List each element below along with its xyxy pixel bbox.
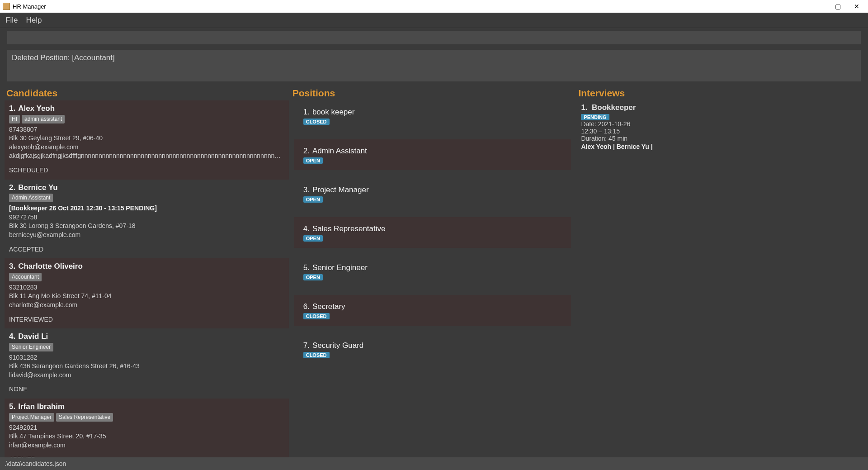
position-title: Secretary: [312, 302, 345, 311]
candidate-card[interactable]: 1.Alex Yeoh HIadmin assistant 87438807 B…: [5, 100, 289, 180]
candidate-header: 5.Irfan Ibrahim: [9, 401, 284, 412]
candidate-index: 3.: [9, 262, 15, 271]
candidate-status: INTERVIEWED: [9, 315, 284, 324]
candidate-address: Blk 436 Serangoon Gardens Street 26, #16…: [9, 362, 284, 371]
candidate-extra: [Bookkeeper 26 Oct 2021 12:30 - 13:15 PE…: [9, 204, 284, 213]
close-button[interactable]: ✕: [853, 3, 861, 10]
candidate-phone: 92492021: [9, 423, 284, 432]
candidate-tag: Accountant: [9, 273, 42, 281]
position-card[interactable]: 7.Security Guard CLOSED: [294, 334, 571, 365]
candidate-phone: 87438807: [9, 125, 284, 134]
position-status-badge: CLOSED: [303, 119, 330, 125]
position-status-badge: OPEN: [303, 235, 323, 242]
candidate-header: 4.David Li: [9, 331, 284, 342]
position-index: 3.: [303, 185, 310, 194]
position-header: 2.Admin Assistant: [303, 147, 562, 156]
candidate-email: irfan@example.com: [9, 441, 284, 450]
candidate-address: Blk 11 Ang Mo Kio Street 74, #11-04: [9, 292, 284, 301]
candidate-index: 2.: [9, 183, 15, 192]
candidate-card[interactable]: 4.David Li Senior Engineer 91031282 Blk …: [5, 328, 289, 399]
statusbar-text: .\data\candidates.json: [5, 460, 66, 467]
interview-attendees: Alex Yeoh | Bernice Yu |: [581, 143, 856, 150]
position-card[interactable]: 6.Secretary CLOSED: [294, 295, 571, 326]
candidate-tag: Sales Representative: [56, 413, 113, 422]
candidate-tags: Accountant: [9, 273, 284, 281]
maximize-button[interactable]: ▢: [834, 3, 842, 10]
candidate-tag: Senior Engineer: [9, 343, 53, 351]
interview-time: 12:30 – 13:15: [581, 128, 856, 135]
position-index: 7.: [303, 341, 310, 350]
candidate-email: charlotte@example.com: [9, 301, 284, 310]
position-index: 1.: [303, 108, 310, 116]
positions-list[interactable]: 1.book keeper CLOSED 2.Admin Assistant O…: [291, 100, 577, 457]
position-card[interactable]: 1.book keeper CLOSED: [294, 100, 571, 131]
interview-date: Date: 2021-10-26: [581, 120, 856, 128]
statusbar: .\data\candidates.json: [0, 457, 868, 470]
position-header: 5.Senior Engineer: [303, 263, 562, 272]
candidate-tag: admin assistant: [22, 115, 65, 123]
candidates-list[interactable]: 1.Alex Yeoh HIadmin assistant 87438807 B…: [5, 100, 291, 457]
menu-help[interactable]: Help: [26, 16, 42, 25]
position-header: 3.Project Manager: [303, 185, 562, 195]
candidate-tags: HIadmin assistant: [9, 115, 284, 123]
position-index: 4.: [303, 224, 310, 233]
candidate-address: Blk 30 Geylang Street 29, #06-40: [9, 134, 284, 143]
app-icon: [3, 3, 10, 10]
position-header: 1.book keeper: [303, 108, 562, 117]
position-header: 7.Security Guard: [303, 341, 562, 350]
candidate-index: 1.: [9, 104, 15, 113]
candidate-status: NONE: [9, 385, 284, 394]
candidate-email: lidavid@example.com: [9, 371, 284, 380]
candidate-index: 5.: [9, 402, 15, 411]
interviews-list[interactable]: 1. Bookkeeper PENDING Date: 2021-10-26 1…: [576, 100, 863, 457]
position-header: 6.Secretary: [303, 302, 562, 311]
candidate-address: Blk 30 Lorong 3 Serangoon Gardens, #07-1…: [9, 222, 284, 231]
candidate-phone: 91031282: [9, 353, 284, 362]
position-card[interactable]: 5.Senior Engineer OPEN: [294, 256, 571, 287]
position-status-badge: OPEN: [303, 157, 323, 164]
menubar: File Help: [0, 13, 868, 28]
candidate-phone: 99272758: [9, 213, 284, 222]
position-title: book keeper: [312, 108, 355, 116]
candidate-header: 3.Charlotte Oliveiro: [9, 261, 284, 272]
position-status-badge: CLOSED: [303, 313, 330, 319]
candidate-status: SCHEDULED: [9, 166, 284, 175]
position-title: Security Guard: [312, 341, 363, 350]
position-title: Sales Representative: [312, 224, 386, 233]
candidate-tag: Project Manager: [9, 413, 54, 422]
minimize-button[interactable]: —: [815, 3, 823, 10]
candidate-status: ACCEPTED: [9, 245, 284, 254]
candidate-name: Alex Yeoh: [18, 104, 55, 113]
candidate-tags: Project ManagerSales Representative: [9, 413, 284, 422]
titlebar: HR Manager — ▢ ✕: [0, 0, 868, 13]
position-status-badge: OPEN: [303, 274, 323, 280]
command-box[interactable]: [7, 31, 861, 44]
candidate-phone: 93210283: [9, 283, 284, 292]
candidates-title: Candidates: [5, 87, 291, 100]
position-card[interactable]: 4.Sales Representative OPEN: [294, 217, 571, 248]
position-header: 4.Sales Representative: [303, 224, 562, 233]
position-title: Admin Assistant: [312, 147, 367, 155]
position-card[interactable]: 3.Project Manager OPEN: [294, 178, 571, 209]
candidate-card[interactable]: 5.Irfan Ibrahim Project ManagerSales Rep…: [5, 399, 289, 457]
command-input[interactable]: [10, 31, 858, 44]
interview-header: 1. Bookkeeper: [581, 103, 856, 112]
menu-file[interactable]: File: [5, 16, 18, 25]
candidate-card[interactable]: 3.Charlotte Oliveiro Accountant 93210283…: [5, 258, 289, 328]
candidate-card[interactable]: 2.Bernice Yu Admin Assistant [Bookkeeper…: [5, 180, 289, 259]
interviews-title: Interviews: [576, 87, 863, 100]
interview-duration: Duration: 45 min: [581, 135, 856, 142]
candidate-name: Bernice Yu: [18, 183, 58, 192]
interview-index: 1.: [581, 103, 587, 112]
candidate-header: 2.Bernice Yu: [9, 182, 284, 193]
result-message: Deleted Position: [Accountant]: [12, 53, 115, 62]
interview-title: Bookkeeper: [592, 103, 636, 112]
candidate-name: David Li: [18, 332, 48, 341]
candidate-header: 1.Alex Yeoh: [9, 103, 284, 114]
candidate-email: berniceyu@example.com: [9, 231, 284, 240]
candidate-tag: HI: [9, 115, 20, 123]
interview-card[interactable]: 1. Bookkeeper PENDING Date: 2021-10-26 1…: [576, 100, 861, 153]
candidate-notes: akdjgfkajsgjkadfngjksdfffgnnnnnnnnnnnnnn…: [9, 152, 284, 161]
candidate-name: Irfan Ibrahim: [18, 402, 65, 411]
position-card[interactable]: 2.Admin Assistant OPEN: [294, 139, 571, 170]
